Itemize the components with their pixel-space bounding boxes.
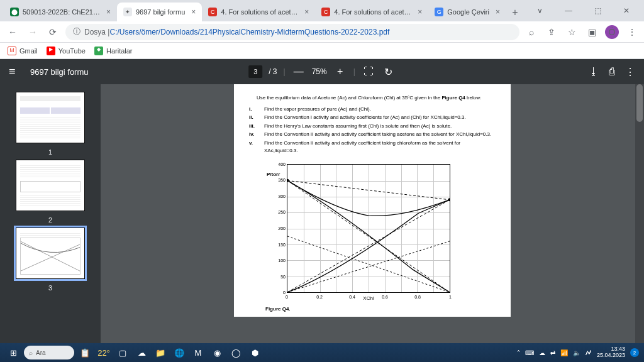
thumbnail-2[interactable]	[16, 160, 85, 211]
x-axis-label: XChl	[363, 295, 374, 301]
windows-taskbar: ⊞ ⌕ Ara 📋 22° ▢ ☁ 📁 🌐 M ◉ ◯ ⬢ ˄ ⌨ ☁ ⇄ 📶 …	[0, 343, 644, 362]
zoom-out-button[interactable]: —	[292, 65, 306, 79]
favicon: C	[321, 8, 330, 16]
system-tray[interactable]: ˄ ⌨ ☁ ⇄ 📶 🔈 🗲 13:4325.04.2023 2	[517, 346, 639, 359]
extensions-icon[interactable]: ▣	[585, 25, 599, 39]
task-icon[interactable]: ⬢	[247, 346, 263, 359]
more-icon[interactable]: ⋮	[625, 66, 635, 78]
share-icon[interactable]: ⇪	[545, 25, 558, 39]
wifi-icon[interactable]: 📶	[560, 349, 568, 356]
thumbnail-3[interactable]	[16, 228, 85, 279]
svg-line-4	[287, 181, 450, 200]
tab-4[interactable]: GGoogle Çeviri×	[428, 3, 506, 21]
task-icon[interactable]: 📋	[77, 346, 93, 359]
close-icon[interactable]: ×	[106, 8, 111, 16]
scrollbar[interactable]	[635, 84, 644, 343]
svg-line-3	[287, 200, 450, 292]
reload-button[interactable]: ⟳	[45, 25, 60, 40]
site-info-icon[interactable]: ⓘ	[73, 26, 80, 37]
page-total: / 3	[269, 67, 277, 76]
forward-button[interactable]: →	[25, 25, 40, 40]
list-item: Find the Convention II activity and acti…	[264, 131, 493, 138]
close-icon[interactable]: ×	[418, 8, 422, 16]
rotate-icon[interactable]: ↻	[382, 65, 396, 79]
favicon: C	[208, 8, 217, 16]
task-icon[interactable]: 📁	[152, 346, 169, 359]
favicon: ⬤	[10, 8, 19, 16]
profile-avatar[interactable]: Ö	[605, 25, 619, 39]
gmail-icon: M	[8, 47, 16, 55]
volume-icon[interactable]: 🔈	[573, 349, 580, 356]
page-area[interactable]: Use the equilibrium data of Acetone (Ac)…	[101, 84, 644, 343]
task-icon[interactable]: M	[190, 346, 206, 359]
start-button[interactable]: ⊞	[5, 346, 21, 359]
notification-icon[interactable]: 2	[630, 348, 639, 357]
maps-icon: ◆	[94, 47, 103, 55]
search-icon[interactable]: ⌕	[525, 25, 538, 39]
fit-page-icon[interactable]: ⛶	[362, 65, 375, 79]
chrome-icon[interactable]: ◯	[228, 346, 244, 359]
tab-2[interactable]: C4. For solutions of acetone (ac) p×	[202, 3, 315, 21]
url-input[interactable]: ⓘ Dosya | C:/Users/ömer/Downloads/214Phy…	[65, 24, 519, 40]
task-icon[interactable]: ▢	[114, 346, 131, 359]
bookmark-maps[interactable]: ◆Haritalar	[94, 47, 133, 55]
task-icon[interactable]: 22°	[96, 346, 112, 359]
address-bar: ← → ⟳ ⓘ Dosya | C:/Users/ömer/Downloads/…	[0, 21, 644, 43]
scroll-thumb[interactable]	[636, 84, 643, 122]
svg-line-2	[287, 181, 450, 293]
close-icon[interactable]: ×	[304, 8, 309, 16]
thumb-label: 2	[48, 216, 52, 224]
tab-3[interactable]: C4. For solutions of acetone (ac) p×	[315, 3, 428, 21]
print-icon[interactable]: ⎙	[609, 66, 615, 78]
taskbar-search[interactable]: ⌕ Ara	[24, 346, 74, 359]
tab-strip: ⬤509013-2022B: ChE214 Physical× ✦9697 bi…	[4, 0, 526, 21]
pdf-viewer: 1 2 3 Use the equilibrium data of Aceton…	[0, 84, 644, 343]
onedrive-icon[interactable]: ☁	[539, 349, 545, 356]
edge-icon[interactable]: 🌐	[171, 346, 187, 359]
list-item: Find the Convention II activity and acti…	[264, 140, 493, 154]
task-icon[interactable]: ☁	[133, 346, 150, 359]
pdf-page: Use the equilibrium data of Acetone (Ac)…	[234, 84, 511, 317]
thumbnail-1[interactable]	[16, 92, 85, 143]
page-input[interactable]	[248, 65, 262, 78]
y-axis-title: P/torr	[267, 172, 280, 177]
new-tab-button[interactable]: +	[506, 4, 524, 21]
clock[interactable]: 13:4325.04.2023	[597, 346, 625, 359]
list-item: Find the Convention I activity and activ…	[264, 114, 493, 121]
favicon: ✦	[123, 8, 132, 16]
network-icon[interactable]: ⇄	[550, 349, 555, 356]
svg-line-1	[21, 244, 80, 271]
bookmark-youtube[interactable]: ▶YouTube	[47, 47, 86, 55]
tab-0[interactable]: ⬤509013-2022B: ChE214 Physical×	[4, 3, 117, 21]
list-item: Find the vapor pressures of pure (Ac) an…	[264, 106, 493, 113]
figure-caption: Figure Q4.	[265, 306, 493, 312]
bookmarks-bar: MGmail ▶YouTube ◆Haritalar	[0, 43, 644, 59]
back-button[interactable]: ←	[5, 25, 20, 40]
task-icon[interactable]: ◉	[209, 346, 225, 359]
chart-lines	[287, 165, 450, 292]
sidebar-toggle-icon[interactable]: ≡	[9, 65, 21, 79]
chrome-menu-icon[interactable]: ⋮	[625, 25, 639, 39]
bookmark-gmail[interactable]: MGmail	[8, 47, 38, 55]
browser-titlebar: ⬤509013-2022B: ChE214 Physical× ✦9697 bi…	[0, 0, 644, 21]
close-icon[interactable]: ×	[191, 8, 196, 16]
favicon: G	[435, 8, 443, 16]
minimize-button[interactable]: —	[555, 1, 582, 20]
bookmark-star-icon[interactable]: ☆	[565, 25, 579, 39]
close-window-button[interactable]: ✕	[613, 1, 640, 20]
tab-1[interactable]: ✦9697 bilgi formu×	[117, 3, 202, 21]
download-icon[interactable]: ⭳	[589, 66, 599, 78]
battery-icon[interactable]: 🗲	[586, 349, 592, 356]
chevron-down-icon[interactable]: ∨	[526, 1, 553, 20]
list-item: Find the Henry's Law constants assuming …	[264, 123, 493, 130]
youtube-icon: ▶	[47, 47, 55, 55]
maximize-button[interactable]: ⬚	[584, 1, 611, 20]
plot-area: XChl	[287, 164, 450, 293]
close-icon[interactable]: ×	[496, 8, 500, 16]
pdf-toolbar: ≡ 9697 bilgi formu / 3 | — 75% + | ⛶ ↻ ⭳…	[0, 59, 644, 84]
zoom-in-button[interactable]: +	[333, 65, 347, 79]
pdf-title: 9697 bilgi formu	[30, 67, 89, 77]
svg-line-6	[287, 236, 450, 292]
chevron-up-icon[interactable]: ˄	[517, 349, 520, 356]
keyboard-icon[interactable]: ⌨	[525, 349, 534, 356]
